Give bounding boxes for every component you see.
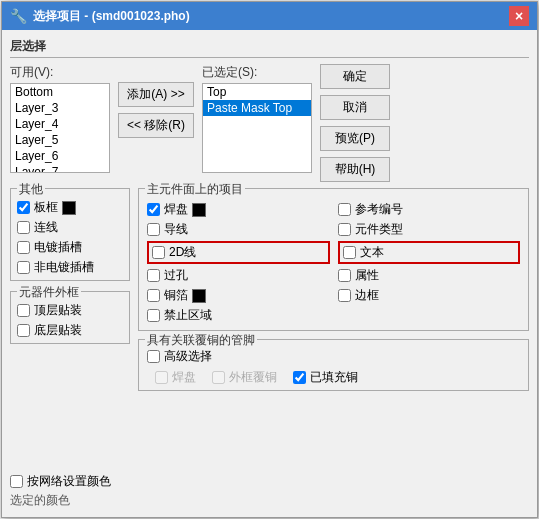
checkbox-参考编号-input[interactable] [338, 203, 351, 216]
checkbox-铜箔: 铜箔 [147, 287, 330, 304]
component-outline-group: 元器件外框 顶层贴装 底层贴装 [10, 291, 130, 344]
checkbox-属性-input[interactable] [338, 269, 351, 282]
checkbox-network-color-input[interactable] [10, 475, 23, 488]
close-button[interactable]: × [509, 6, 529, 26]
checkbox-连线-input[interactable] [17, 221, 30, 234]
layer-section-title: 层选择 [10, 38, 529, 58]
checkbox-焊盘: 焊盘 [147, 201, 330, 218]
checkbox-过孔: 过孔 [147, 267, 330, 284]
checkbox-元件类型-label: 元件类型 [355, 221, 403, 238]
other-group-content: 板框 连线 电镀插槽 非电镀插槽 [17, 199, 123, 276]
cancel-button[interactable]: 取消 [320, 95, 390, 120]
checkbox-导线-input[interactable] [147, 223, 160, 236]
checkbox-焊盘-input[interactable] [147, 203, 160, 216]
selected-list[interactable]: Top Paste Mask Top [202, 83, 312, 173]
checkbox-network-color: 按网络设置颜色 [10, 473, 111, 490]
checkbox-属性-label: 属性 [355, 267, 379, 284]
checkbox-铜箔-label: 铜箔 [164, 287, 188, 304]
checkbox-属性: 属性 [338, 267, 521, 284]
help-button[interactable]: 帮助(H) [320, 157, 390, 182]
checkbox-顶层贴装-input[interactable] [17, 304, 30, 317]
list-item[interactable]: Top [203, 84, 311, 100]
checkbox-filled-copper-input[interactable] [293, 371, 306, 384]
color-swatch-焊盘 [192, 203, 206, 217]
list-item[interactable]: Layer_4 [11, 116, 109, 132]
pin-copper-group: 具有关联覆铜的管脚 高级选择 焊盘 [138, 339, 529, 391]
mid-buttons: 添加(A) >> << 移除(R) [118, 64, 194, 138]
selected-color-label: 选定的颜色 [10, 492, 70, 509]
checkbox-过孔-label: 过孔 [164, 267, 188, 284]
list-item[interactable]: Layer_5 [11, 132, 109, 148]
other-group: 其他 板框 连线 电镀插槽 [10, 188, 130, 281]
add-button[interactable]: 添加(A) >> [118, 82, 194, 107]
color-swatch-板框 [62, 201, 76, 215]
checkbox-焊盘-label: 焊盘 [164, 201, 188, 218]
dialog-body: 层选择 可用(V): Bottom Layer_3 Layer_4 Layer_… [2, 30, 537, 517]
checkbox-连线: 连线 [17, 219, 123, 236]
checkbox-参考编号-label: 参考编号 [355, 201, 403, 218]
checkbox-非电镀插槽: 非电镀插槽 [17, 259, 123, 276]
checkbox-非电镀插槽-label: 非电镀插槽 [34, 259, 94, 276]
checkbox-pad: 焊盘 [155, 369, 196, 386]
main-component-group: 主元件面上的项目 焊盘 参考编号 [138, 188, 529, 331]
checkbox-电镀插槽-label: 电镀插槽 [34, 239, 82, 256]
checkbox-outer-copper-input [212, 371, 225, 384]
checkbox-network-color-label: 按网络设置颜色 [27, 473, 111, 490]
checkbox-顶层贴装-label: 顶层贴装 [34, 302, 82, 319]
checkbox-2d线-highlight: 2D线 [147, 241, 330, 264]
available-list[interactable]: Bottom Layer_3 Layer_4 Layer_5 Layer_6 L… [10, 83, 110, 173]
checkbox-连线-label: 连线 [34, 219, 58, 236]
network-color-row: 按网络设置颜色 选定的颜色 [10, 469, 130, 509]
checkbox-2d线-label: 2D线 [169, 244, 196, 261]
checkbox-元件类型-input[interactable] [338, 223, 351, 236]
checkbox-pad-label: 焊盘 [172, 369, 196, 386]
title-bar: 🔧 选择项目 - (smd001023.pho) × [2, 2, 537, 30]
checkbox-非电镀插槽-input[interactable] [17, 261, 30, 274]
preview-button[interactable]: 预览(P) [320, 126, 390, 151]
checkbox-板框-input[interactable] [17, 201, 30, 214]
checkbox-导线: 导线 [147, 221, 330, 238]
checkbox-filled-copper-label: 已填充铜 [310, 369, 358, 386]
checkbox-outer-copper: 外框覆铜 [212, 369, 277, 386]
checkbox-过孔-input[interactable] [147, 269, 160, 282]
checkbox-advanced-label: 高级选择 [164, 348, 212, 365]
available-list-container: 可用(V): Bottom Layer_3 Layer_4 Layer_5 La… [10, 64, 110, 173]
checkbox-文本-label: 文本 [360, 244, 384, 261]
checkbox-advanced: 高级选择 [147, 348, 520, 365]
layer-selection-section: 层选择 可用(V): Bottom Layer_3 Layer_4 Layer_… [10, 38, 529, 182]
checkbox-禁止区域-label: 禁止区域 [164, 307, 212, 324]
list-item[interactable]: Layer_3 [11, 100, 109, 116]
checkbox-底层贴装-input[interactable] [17, 324, 30, 337]
list-item[interactable]: Bottom [11, 84, 109, 100]
pin-copper-title: 具有关联覆铜的管脚 [145, 332, 257, 349]
checkbox-电镀插槽-input[interactable] [17, 241, 30, 254]
checkbox-顶层贴装: 顶层贴装 [17, 302, 123, 319]
checkbox-导线-label: 导线 [164, 221, 188, 238]
checkbox-边框-input[interactable] [338, 289, 351, 302]
checkbox-2d线-input[interactable] [152, 246, 165, 259]
checkbox-filled-copper: 已填充铜 [293, 369, 358, 386]
checkbox-禁止区域-input[interactable] [147, 309, 160, 322]
component-outline-title: 元器件外框 [17, 284, 81, 301]
checkbox-板框: 板框 [17, 199, 123, 216]
available-label: 可用(V): [10, 64, 110, 81]
layer-row: 可用(V): Bottom Layer_3 Layer_4 Layer_5 La… [10, 64, 529, 182]
checkbox-板框-label: 板框 [34, 199, 58, 216]
remove-button[interactable]: << 移除(R) [118, 113, 194, 138]
checkbox-铜箔-input[interactable] [147, 289, 160, 302]
checkbox-底层贴装-label: 底层贴装 [34, 322, 82, 339]
checkbox-advanced-input[interactable] [147, 350, 160, 363]
checkbox-电镀插槽: 电镀插槽 [17, 239, 123, 256]
other-group-title: 其他 [17, 181, 45, 198]
checkbox-文本-input[interactable] [343, 246, 356, 259]
bottom-section: 其他 板框 连线 电镀插槽 [10, 188, 529, 509]
confirm-button[interactable]: 确定 [320, 64, 390, 89]
dialog-title: 选择项目 - (smd001023.pho) [33, 8, 509, 25]
app-icon: 🔧 [10, 8, 27, 24]
list-item-selected[interactable]: Paste Mask Top [203, 100, 311, 116]
checkbox-边框-label: 边框 [355, 287, 379, 304]
checkbox-参考编号: 参考编号 [338, 201, 521, 218]
right-panel: 主元件面上的项目 焊盘 参考编号 [138, 188, 529, 509]
list-item[interactable]: Layer_7 [11, 164, 109, 173]
list-item[interactable]: Layer_6 [11, 148, 109, 164]
